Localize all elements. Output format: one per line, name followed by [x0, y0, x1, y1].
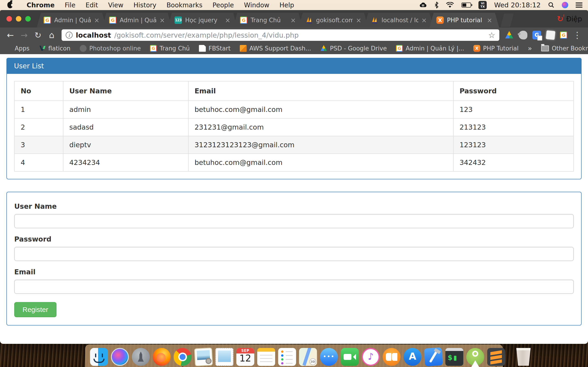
phpmyadmin-favicon: PMA	[371, 17, 378, 24]
forward-button[interactable]	[18, 31, 30, 40]
spotlight-icon[interactable]	[548, 2, 554, 8]
macos-dock: SEP12 3D ••• $	[85, 344, 503, 367]
tab-close-icon[interactable]	[422, 17, 427, 24]
tab-close-icon[interactable]	[225, 17, 230, 24]
bookmark-psd-google-drive[interactable]: PSD - Google Drive	[320, 45, 387, 52]
bookmark-aws-support[interactable]: AWS Support Dash...	[240, 45, 311, 52]
dock-ibooks-icon[interactable]	[383, 348, 401, 366]
new-tab-button[interactable]	[501, 14, 514, 27]
menu-view[interactable]: View	[103, 1, 128, 9]
tab-hoc-jquery[interactable]: 123 Học jquery	[168, 13, 237, 27]
profile-chip[interactable]: Điệp	[557, 14, 588, 23]
dock-terminal-icon[interactable]: $	[445, 348, 463, 366]
browser-window: G Admin | Quản Lý | G Admin | Quản Lý | …	[0, 10, 588, 344]
address-bar[interactable]: localhost /gokisoft.com/server/example/p…	[61, 29, 499, 41]
menu-edit[interactable]: Edit	[81, 1, 103, 9]
bluetooth-icon[interactable]	[435, 2, 439, 8]
password-label: Password	[14, 235, 574, 243]
apps-grid-icon	[5, 45, 12, 52]
tab-phpmyadmin-gokisoft[interactable]: PMA gokisoft.com / loc	[299, 13, 368, 27]
dock-chrome-icon[interactable]	[174, 348, 191, 366]
password-input[interactable]	[14, 247, 574, 261]
dock-maps-icon[interactable]: 3D	[299, 348, 317, 366]
tab-strip: G Admin | Quản Lý | G Admin | Quản Lý | …	[0, 10, 588, 27]
bookmark-php-tutorial[interactable]: XPHP Tutorial	[473, 45, 519, 52]
dock-divider	[510, 349, 510, 365]
back-button[interactable]	[4, 31, 17, 40]
user-list-panel: User List No User Name Email Password 1 …	[6, 58, 582, 179]
url-host: localhost	[76, 31, 111, 39]
dock-calendar-icon[interactable]: SEP12	[236, 348, 254, 366]
dock-firefox-icon[interactable]	[153, 348, 171, 366]
siri-icon[interactable]	[562, 2, 568, 8]
minimize-window-button[interactable]	[16, 16, 21, 22]
tab-close-icon[interactable]	[94, 17, 99, 24]
dock-reminders-icon[interactable]	[278, 348, 296, 366]
menu-app-name[interactable]: Chrome	[22, 1, 60, 9]
document-icon	[199, 45, 206, 52]
menu-clock[interactable]: Wed 20:18:12	[494, 1, 541, 9]
dock-launchpad-icon[interactable]	[132, 348, 150, 366]
bookmark-photoshop-online[interactable]: Photoshop online	[80, 45, 141, 52]
close-window-button[interactable]	[6, 16, 12, 22]
tab-close-icon[interactable]	[356, 17, 361, 24]
wifi-icon[interactable]	[446, 2, 454, 8]
bookmark-flaticon[interactable]: flaticon	[39, 45, 70, 52]
apple-menu-icon[interactable]	[7, 2, 13, 8]
svg-text:PMA: PMA	[307, 22, 312, 24]
google-translate-extension-icon[interactable]	[532, 31, 541, 40]
home-button[interactable]	[45, 30, 58, 40]
notification-center-icon[interactable]	[576, 2, 582, 3]
bookmark-trang-chu[interactable]: GTrang Chủ	[150, 45, 190, 52]
bookmark-apps[interactable]: Apps	[5, 45, 29, 52]
tab-phpmyadmin-localhost[interactable]: PMA localhost / localho	[364, 13, 434, 27]
tab-close-icon[interactable]	[160, 17, 165, 24]
dock-android-studio-icon[interactable]	[466, 348, 484, 366]
menu-help[interactable]: Help	[275, 1, 299, 9]
dock-mail-icon[interactable]	[216, 348, 233, 366]
page-info-icon[interactable]	[66, 32, 73, 39]
dock-notes-icon[interactable]	[257, 348, 275, 366]
tab-php-tutorial-active[interactable]: X PHP tutorial	[430, 13, 499, 27]
dock-app-store-icon[interactable]	[404, 348, 422, 366]
dock-facetime-icon[interactable]	[341, 348, 359, 366]
tab-close-icon[interactable]	[291, 17, 296, 24]
username-input[interactable]	[14, 214, 574, 228]
dock-sublime-text-icon[interactable]	[487, 348, 505, 366]
email-input[interactable]	[14, 280, 574, 294]
onedrive-cloud-icon[interactable]	[418, 2, 427, 8]
svg-text:PMA: PMA	[372, 22, 377, 24]
dock-siri-icon[interactable]	[111, 348, 129, 366]
bookmarks-overflow-chevron[interactable]: »	[528, 44, 532, 52]
register-button[interactable]: Register	[14, 302, 57, 317]
zoom-window-button[interactable]	[25, 16, 31, 22]
col-email: Email	[188, 81, 453, 101]
dock-finder-icon[interactable]	[90, 348, 108, 366]
menu-file[interactable]: File	[60, 1, 81, 9]
cube-extension-icon[interactable]	[546, 30, 555, 40]
parrot-extension-icon[interactable]	[519, 31, 527, 40]
dock-messages-icon[interactable]: •••	[320, 348, 338, 366]
input-source-badge[interactable]: VITX	[478, 1, 487, 9]
bookmark-star-icon[interactable]	[488, 31, 495, 40]
tab-admin-quan-ly-2[interactable]: G Admin | Quản Lý |	[102, 13, 172, 27]
battery-icon[interactable]	[461, 2, 471, 8]
dock-itunes-icon[interactable]	[362, 348, 380, 366]
tab-trang-chu[interactable]: G Trang Chủ	[233, 13, 303, 27]
gokisoft-extension-icon[interactable]: G	[560, 31, 567, 39]
menu-window[interactable]: Window	[239, 1, 274, 9]
tab-close-icon[interactable]	[487, 17, 492, 24]
chrome-menu-icon[interactable]	[571, 30, 584, 40]
google-drive-extension-icon[interactable]	[505, 31, 514, 40]
dock-xcode-icon[interactable]	[424, 347, 443, 366]
bookmark-fbstart[interactable]: FBStart	[199, 45, 231, 52]
other-bookmarks[interactable]: Other Bookmarks	[541, 45, 588, 52]
menu-people[interactable]: People	[208, 1, 239, 9]
menu-bookmarks[interactable]: Bookmarks	[162, 1, 208, 9]
tab-admin-quan-ly-1[interactable]: G Admin | Quản Lý |	[37, 13, 106, 27]
macos-menu-bar: Chrome File Edit View History Bookmarks …	[0, 0, 588, 10]
dock-preview-icon[interactable]	[194, 348, 213, 366]
bookmark-admin-quan-ly[interactable]: GAdmin | Quản Lý |...	[396, 45, 464, 52]
menu-history[interactable]: History	[128, 1, 162, 9]
reload-button[interactable]	[32, 31, 44, 40]
